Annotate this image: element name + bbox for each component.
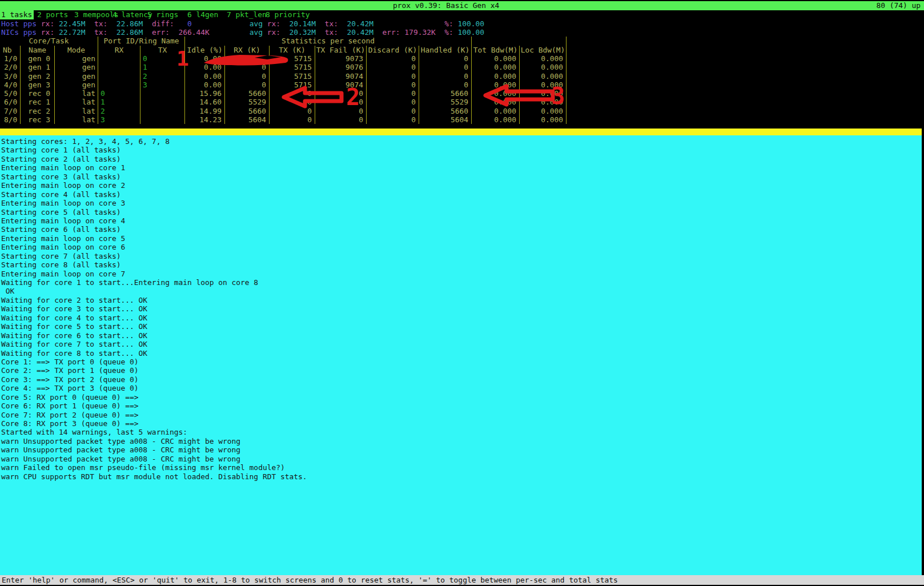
table-cell: 9074 bbox=[315, 72, 367, 81]
log-line: Entering main loop on core 3 bbox=[1, 199, 922, 207]
table-cell: 0 bbox=[367, 98, 419, 106]
stat-segment: tx: bbox=[316, 19, 338, 28]
tab-3-mempools[interactable]: 3 mempools bbox=[74, 10, 119, 19]
table-cell: 0 bbox=[367, 72, 419, 81]
stat-segment: 266.44K bbox=[170, 28, 210, 37]
table-cell: 0 bbox=[315, 115, 367, 124]
table-cell: 0.000 bbox=[520, 63, 567, 71]
table-cell: 5715 bbox=[270, 81, 315, 89]
table-cell: 0.000 bbox=[520, 89, 567, 98]
table-cell: 0 bbox=[367, 107, 419, 115]
table-cell: 9076 bbox=[315, 63, 367, 71]
tab-5-rings[interactable]: 5 rings bbox=[147, 10, 178, 19]
table-cell: 0.000 bbox=[472, 115, 520, 124]
startup-log: Starting cores: 1, 2, 3, 4, 5, 6, 7, 8St… bbox=[0, 135, 922, 575]
table-cell: 5604 bbox=[419, 115, 472, 124]
stat-segment: avg bbox=[250, 28, 263, 37]
table-cell: 0 bbox=[225, 81, 270, 89]
table-row: 4/0gen 3gen30.00057159074000.0000.000 bbox=[0, 81, 567, 89]
table-cell: 0.000 bbox=[520, 115, 567, 124]
table-cell: 9073 bbox=[315, 54, 367, 63]
table-cell: rec 1 bbox=[21, 98, 55, 106]
table-cell: 0 bbox=[419, 81, 472, 89]
column-header: Mode bbox=[55, 46, 98, 55]
tab-2-ports[interactable]: 2 ports bbox=[37, 10, 68, 19]
column-header: Tot Bdw(M) bbox=[472, 46, 520, 55]
stat-segment: NICs pps bbox=[1, 28, 37, 37]
table-cell: 0 bbox=[367, 81, 419, 89]
table-row: 1/0gen 0gen00.00057159073000.0000.000 bbox=[0, 54, 567, 63]
column-header: RX (K) bbox=[225, 46, 270, 55]
log-line: warn Unsupported packet type a008 - CRC … bbox=[1, 455, 922, 463]
stat-segment: err: bbox=[143, 28, 170, 37]
tab-7-pkt_len[interactable]: 7 pkt_len bbox=[227, 10, 267, 19]
log-line: Entering main loop on core 4 bbox=[1, 216, 922, 225]
log-line: Entering main loop on core 5 bbox=[1, 234, 922, 243]
stat-segment: 20.42M bbox=[338, 19, 373, 28]
tab-1-tasks[interactable]: 1 tasks bbox=[0, 10, 34, 19]
group-header: Statistics per second bbox=[185, 37, 472, 46]
column-header: Loc Bdw(M) bbox=[520, 46, 567, 55]
column-header: Name bbox=[21, 46, 55, 55]
log-line: Core 5: RX port 0 (queue 0) ==> bbox=[1, 393, 922, 402]
stat-segment: 100.00 bbox=[453, 19, 484, 28]
table-cell: 0.000 bbox=[472, 72, 520, 81]
log-line: Entering main loop on core 7 bbox=[1, 270, 922, 278]
column-header: Nb bbox=[0, 46, 21, 55]
tab-8-priority[interactable]: 8 priority bbox=[266, 10, 310, 19]
group-header bbox=[472, 37, 567, 46]
stat-segment: 22.72M bbox=[54, 28, 85, 37]
stat-segment: 22.86M bbox=[107, 19, 143, 28]
table-cell: gen bbox=[55, 54, 98, 63]
stat-segment: rx: bbox=[37, 19, 54, 28]
log-line: OK bbox=[1, 287, 922, 295]
table-cell: 0.000 bbox=[520, 54, 567, 63]
log-line: Entering main loop on core 6 bbox=[1, 243, 922, 251]
table-cell: 4/0 bbox=[0, 81, 21, 89]
stat-segment bbox=[210, 28, 250, 37]
table-cell bbox=[140, 115, 185, 124]
table-cell: 0 bbox=[367, 89, 419, 98]
log-line: Core 1: ==> TX port 0 (queue 0) bbox=[1, 358, 922, 366]
stat-segment: 0 bbox=[174, 19, 192, 28]
table-row: 3/0gen 2gen20.00057159074000.0000.000 bbox=[0, 72, 567, 81]
log-line: Waiting for core 4 to start... OK bbox=[1, 314, 922, 322]
table-cell: 3 bbox=[98, 115, 140, 124]
stat-segment: tx: bbox=[85, 19, 107, 28]
table-cell: gen bbox=[55, 72, 98, 81]
table-cell: 7/0 bbox=[0, 107, 21, 115]
table-cell: 0 bbox=[419, 63, 472, 71]
table-cell bbox=[98, 63, 140, 71]
table-cell: rec 2 bbox=[21, 107, 55, 115]
command-help-bar[interactable]: Enter 'help' or command, <ESC> or 'quit'… bbox=[0, 575, 924, 585]
table-cell: 9074 bbox=[315, 81, 367, 89]
table-cell: lat bbox=[55, 115, 98, 124]
tab-6-l4gen[interactable]: 6 l4gen bbox=[187, 10, 218, 19]
stat-segment: 179.32K bbox=[400, 28, 436, 37]
log-line: Starting core 7 (all tasks) bbox=[1, 252, 922, 260]
table-cell: 0 bbox=[270, 115, 315, 124]
tab-4-latency[interactable]: 4 latency bbox=[113, 10, 152, 19]
table-cell: 5529 bbox=[419, 98, 472, 106]
table-cell: 0.00 bbox=[185, 54, 225, 63]
table-cell: 0 bbox=[367, 63, 419, 71]
table-cell: 0.000 bbox=[472, 81, 520, 89]
table-cell: 0.000 bbox=[472, 98, 520, 106]
stat-segment: tx: bbox=[85, 28, 107, 37]
stat-segment: rx: bbox=[37, 28, 54, 37]
table-cell: 14.60 bbox=[185, 98, 225, 106]
table-cell: 1 bbox=[98, 98, 140, 106]
table-cell: 0.000 bbox=[520, 72, 567, 81]
table-cell: 5715 bbox=[270, 63, 315, 71]
table-cell: 0 bbox=[367, 115, 419, 124]
separator-bar bbox=[0, 129, 922, 135]
column-header: Idle (%) bbox=[185, 46, 225, 55]
table-cell: 0 bbox=[98, 89, 140, 98]
stat-segment: rx: bbox=[263, 28, 280, 37]
log-line: Core 3: ==> TX port 2 (queue 0) bbox=[1, 375, 922, 384]
table-cell: 5604 bbox=[225, 115, 270, 124]
stat-segment bbox=[192, 19, 250, 28]
log-line: warn Failed to open msr pseudo-file (mis… bbox=[1, 463, 922, 472]
table-row: 2/0gen 1gen10.00057159076000.0000.000 bbox=[0, 63, 567, 71]
table-cell: 1/0 bbox=[0, 54, 21, 63]
